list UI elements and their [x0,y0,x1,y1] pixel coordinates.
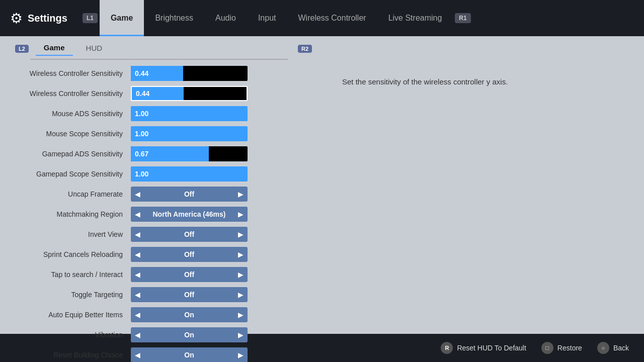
toggle-value: Off [144,190,234,198]
nav-tab-brightness[interactable]: Brightness [144,0,204,36]
setting-row: Mouse Scope Sensitivity1.00 [10,125,312,142]
setting-row: Gamepad Scope Sensitivity1.00 [10,165,312,183]
setting-control[interactable]: ◀Off▶ [131,267,312,282]
gear-icon: ⚙ [10,10,23,27]
setting-row: Vibration◀On▶ [10,326,312,343]
setting-label: Uncap Framerate [10,190,131,198]
setting-row: Gamepad ADS Sensitivity0.67 [10,145,312,162]
reset-icon: R [441,342,453,354]
toggle-value: On [144,351,234,359]
setting-label: Mouse ADS Sensitivity [10,110,131,118]
setting-control[interactable]: ◀Off▶ [131,247,312,262]
setting-control[interactable]: 1.00 [131,126,312,141]
setting-control[interactable]: 1.00 [131,106,312,121]
left-panel: L2 Game HUD R2 Wireless Controller Sensi… [0,36,322,334]
l1-badge: L1 [83,13,98,23]
arrow-right-icon[interactable]: ▶ [234,331,248,339]
setting-row: Invert View◀Off▶ [10,226,312,243]
arrow-right-icon[interactable]: ▶ [234,190,248,198]
sub-tab-divider [30,59,288,60]
arrow-left-icon[interactable]: ◀ [131,230,144,238]
settings-logo: ⚙ Settings [10,10,67,27]
toggle-value: Off [144,270,234,279]
arrow-right-icon[interactable]: ▶ [234,210,248,218]
arrow-left-icon[interactable]: ◀ [131,210,144,218]
main-content: L2 Game HUD R2 Wireless Controller Sensi… [0,36,644,334]
arrow-right-icon[interactable]: ▶ [234,250,248,258]
restore-button[interactable]: □ Restore [541,342,582,354]
setting-label: Matchmaking Region [10,210,131,218]
setting-control[interactable]: 0.67 [131,146,312,161]
l2-badge: L2 [15,45,29,53]
setting-control[interactable]: 0.44 [131,66,312,81]
arrow-left-icon[interactable]: ◀ [131,351,144,359]
restore-icon: □ [541,342,553,354]
toggle-value: On [144,311,234,319]
setting-row: Toggle Targeting◀Off▶ [10,286,312,303]
arrow-right-icon[interactable]: ▶ [234,230,248,238]
arrow-right-icon[interactable]: ▶ [234,311,248,319]
back-button[interactable]: ○ Back [597,342,629,354]
setting-label: Sprint Cancels Reloading [10,250,131,258]
setting-control[interactable]: ◀Off▶ [131,187,312,202]
toggle-value: Off [144,250,234,258]
nav-tabs: L1 Game Brightness Audio Input Wireless … [83,0,634,36]
setting-label: Reset Building Choice [10,351,131,359]
arrow-right-icon[interactable]: ▶ [234,270,248,279]
toggle-value: North America (46ms) [144,210,234,218]
setting-label: Wireless Controller Sensitivity [10,69,131,77]
sub-tab-hud[interactable]: HUD [78,42,111,55]
setting-row: Auto Equip Better Items◀On▶ [10,306,312,323]
setting-control[interactable]: ◀On▶ [131,327,312,342]
setting-control[interactable]: ◀On▶ [131,347,312,362]
setting-row: Uncap Framerate◀Off▶ [10,186,312,203]
setting-label: Gamepad ADS Sensitivity [10,150,131,158]
nav-tab-audio[interactable]: Audio [204,0,247,36]
back-icon: ○ [597,342,609,354]
arrow-left-icon[interactable]: ◀ [131,250,144,258]
restore-label: Restore [557,344,582,352]
setting-row: Wireless Controller Sensitivity0.44 [10,65,312,82]
back-label: Back [613,344,629,352]
setting-label: Gamepad Scope Sensitivity [10,170,131,178]
arrow-left-icon[interactable]: ◀ [131,190,144,198]
setting-row: Sprint Cancels Reloading◀Off▶ [10,246,312,263]
app-title: Settings [28,13,67,24]
toggle-value: Off [144,230,234,238]
nav-tab-game[interactable]: Game [100,0,144,36]
arrow-left-icon[interactable]: ◀ [131,311,144,319]
setting-row: Mouse ADS Sensitivity1.00 [10,105,312,122]
setting-control[interactable]: ◀North America (46ms)▶ [131,207,312,222]
reset-hud-button[interactable]: R Reset HUD To Default [441,342,526,354]
setting-label: Tap to search / Interact [10,270,131,279]
setting-label: Auto Equip Better Items [10,311,131,319]
setting-label: Vibration [10,331,131,339]
sub-tab-game[interactable]: Game [36,41,73,56]
setting-row: Reset Building Choice◀On▶ [10,346,312,362]
arrow-right-icon[interactable]: ▶ [234,291,248,299]
setting-control[interactable]: 0.44 [131,86,312,101]
setting-label: Toggle Targeting [10,291,131,299]
reset-label: Reset HUD To Default [457,344,526,352]
arrow-right-icon[interactable]: ▶ [234,351,248,359]
arrow-left-icon[interactable]: ◀ [131,331,144,339]
setting-row: Matchmaking Region◀North America (46ms)▶ [10,206,312,223]
setting-label: Wireless Controller Sensitivity [10,89,131,98]
setting-control[interactable]: ◀On▶ [131,307,312,322]
r1-badge: R1 [455,13,470,23]
nav-tab-input[interactable]: Input [247,0,287,36]
setting-control[interactable]: ◀Off▶ [131,287,312,302]
toggle-value: Off [144,291,234,299]
setting-control[interactable]: 1.00 [131,166,312,182]
toggle-value: On [144,331,234,339]
setting-label: Mouse Scope Sensitivity [10,130,131,138]
setting-row: Tap to search / Interact◀Off▶ [10,266,312,283]
description-text: Set the sensitivity of the wireless cont… [342,76,624,88]
setting-row: Wireless Controller Sensitivity0.44 [10,85,312,102]
nav-tab-streaming[interactable]: Live Streaming [377,0,453,36]
nav-tab-wireless[interactable]: Wireless Controller [287,0,377,36]
setting-control[interactable]: ◀Off▶ [131,227,312,242]
setting-label: Invert View [10,230,131,238]
arrow-left-icon[interactable]: ◀ [131,270,144,279]
arrow-left-icon[interactable]: ◀ [131,291,144,299]
